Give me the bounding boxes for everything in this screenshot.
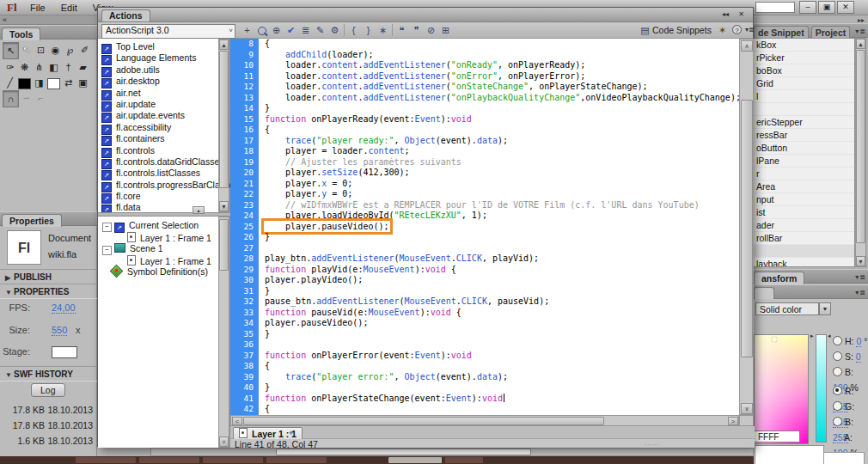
collapse-dock-icon[interactable]: « — [0, 15, 97, 25]
ink-bottle-tool-icon[interactable]: ◨ — [32, 75, 46, 90]
app-search-input[interactable] — [755, 2, 795, 13]
panel-menu-icon[interactable]: ▾≣ — [855, 273, 866, 281]
code-line[interactable]: 28play_btn.addEventListener(MouseEvent.C… — [230, 253, 739, 265]
minimize-button[interactable]: – — [799, 1, 816, 14]
code-line[interactable]: 32pause_btn.addEventListener(MouseEvent.… — [230, 296, 739, 308]
editor-horizontal-scrollbar[interactable]: < > — [230, 415, 739, 426]
scrollbar-thumb[interactable] — [243, 417, 604, 425]
code-line[interactable]: 13 loader.content.addEventListener("onPl… — [230, 93, 739, 104]
package-item[interactable]: ↗air.update.events — [98, 110, 229, 121]
paint-bucket-tool-icon[interactable]: ◧ — [46, 59, 61, 75]
scroll-up-button[interactable]: ▲ — [856, 39, 865, 49]
component-item[interactable]: ader — [754, 219, 854, 232]
tab-transform[interactable]: ansform — [754, 272, 804, 284]
code-line[interactable]: 19 // Ajuster les paramètres suivants — [230, 157, 739, 168]
package-item[interactable]: ↗fl.containers — [98, 133, 229, 144]
eyedropper-tool-icon[interactable]: † — [61, 59, 76, 75]
radio-button[interactable] — [833, 417, 842, 426]
menu-file[interactable]: File — [22, 1, 53, 15]
component-item[interactable] — [754, 103, 854, 116]
packages-scrollbar[interactable]: ▲ ▼ — [218, 39, 229, 212]
scroll-down-button[interactable]: ▼ — [856, 256, 865, 266]
scrollbar-thumb[interactable] — [219, 51, 229, 188]
radio-button[interactable] — [833, 401, 842, 411]
restore-button[interactable]: ▣ — [818, 1, 835, 14]
code-line[interactable]: 15function onPlayerReady(event:Event):vo… — [230, 114, 739, 125]
deco-tool-icon[interactable]: ❋ — [17, 59, 32, 75]
package-item[interactable]: ↗fl.controls.dataGridClasses — [98, 156, 229, 168]
package-item[interactable]: ↗adobe.utils — [98, 64, 229, 76]
component-item[interactable]: r — [754, 168, 854, 180]
radio-button[interactable] — [833, 367, 842, 376]
tab-code-snippets[interactable]: de Snippet — [754, 26, 809, 39]
code-line[interactable]: 10 loader.content.addEventListener("onRe… — [230, 60, 739, 71]
code-line[interactable]: 22 player.y = 0; — [230, 189, 739, 200]
size-width-value[interactable]: 550 — [52, 325, 67, 336]
panel-menu-icon[interactable]: ▾≣ — [745, 26, 755, 34]
apply-line-comment-icon[interactable]: ❞ — [409, 23, 424, 37]
component-item[interactable]: Area — [754, 180, 854, 193]
navigator-item[interactable]: −Scene 1 — [98, 243, 229, 255]
script-editor[interactable]: 8{9 addChild(loader);10 loader.content.a… — [230, 39, 739, 415]
code-line[interactable]: 38{ — [230, 361, 739, 372]
fps-value[interactable]: 24,00 — [52, 302, 76, 314]
selection-tool-icon[interactable]: ↖ — [3, 42, 19, 59]
pen-tool-icon[interactable]: ✐ — [77, 42, 92, 58]
color-value[interactable]: 0 — [856, 351, 861, 363]
collapse-selection-icon[interactable]: } — [361, 23, 376, 37]
color-gradient-square[interactable] — [754, 334, 809, 444]
code-line[interactable]: 35} — [230, 329, 739, 340]
code-line[interactable]: 23 // wIDfmxWBWrE est a REMPLACER pour l… — [230, 200, 739, 211]
auto-format-icon[interactable]: ≣ — [298, 23, 313, 37]
brush-tool-icon[interactable]: ✑ — [3, 59, 17, 75]
apply-block-comment-icon[interactable]: ❝ — [394, 23, 409, 37]
navigator-item[interactable]: Layer 1 : Frame 1 — [98, 232, 229, 244]
snap-to-objects-tool-icon[interactable]: ∩ — [3, 90, 19, 107]
scrollbar-thumb[interactable] — [219, 219, 229, 271]
code-line[interactable]: 34player.pauseVideo(); — [230, 318, 739, 329]
properties-section-header[interactable]: ▼PROPERTIES — [0, 284, 97, 299]
code-line[interactable]: 16{ — [230, 125, 739, 136]
scrollbar-thumb[interactable] — [276, 449, 531, 455]
code-line[interactable]: 39 trace("player error:", Object(event).… — [230, 372, 739, 383]
slider-marker-icon[interactable]: ▸ — [810, 333, 814, 339]
chevron-down-icon[interactable]: ▼ — [819, 302, 831, 315]
hex-color-input[interactable]: FFFF — [754, 430, 800, 443]
collapse-panel-icon[interactable]: ◂◂ — [722, 10, 729, 18]
code-line[interactable]: 9 addChild(loader); — [230, 50, 739, 61]
code-line[interactable]: 29function playVid(e:MouseEvent):void { — [230, 265, 739, 276]
line-tool-icon[interactable]: ╱ — [3, 75, 17, 90]
component-item[interactable]: rollBar — [754, 232, 854, 245]
code-line[interactable]: 12 loader.content.addEventListener("onSt… — [230, 82, 739, 93]
code-line[interactable]: 40} — [230, 382, 739, 394]
navigator-item[interactable]: −↗Current Selection — [98, 220, 229, 232]
scroll-down-button[interactable]: ∨ — [741, 403, 753, 414]
scroll-up-button[interactable]: ∧ — [741, 40, 753, 52]
radio-button[interactable] — [833, 351, 842, 361]
package-item[interactable]: ↗fl.core — [98, 191, 229, 202]
swap-colors-button-icon[interactable]: ⇄ — [61, 75, 76, 90]
scroll-up-button[interactable]: ▲ — [219, 40, 229, 50]
tab-tools[interactable]: Tools — [2, 27, 40, 40]
code-line[interactable]: 36 — [230, 339, 739, 351]
package-item[interactable]: ↗air.update — [98, 99, 229, 110]
smooth-tool-icon[interactable]: ∽ — [19, 90, 34, 106]
code-line[interactable]: 31} — [230, 286, 739, 297]
debug-options-icon[interactable]: ⚙ — [327, 23, 342, 37]
color-picker-marker[interactable] — [772, 337, 777, 342]
package-item[interactable]: ↗Language Elements — [98, 52, 229, 64]
free-transform-tool-icon[interactable]: ⊡ — [34, 42, 48, 58]
bone-tool-icon[interactable]: ⋔ — [32, 59, 46, 75]
component-item[interactable] — [754, 245, 854, 258]
straighten-tool-icon[interactable]: ⌐ — [34, 90, 48, 106]
add-script-icon[interactable]: + — [240, 23, 254, 37]
lasso-tool-icon[interactable]: ℘ — [63, 42, 77, 58]
code-line[interactable]: 24 player.loadVideoById("REtecLEKzXU", 1… — [230, 211, 739, 222]
swf-history-section-header[interactable]: ▼SWF HISTORY — [0, 366, 97, 382]
brightness-slider[interactable] — [816, 334, 827, 443]
expand-all-icon[interactable]: ∗ — [376, 23, 390, 37]
radio-button[interactable] — [833, 386, 842, 395]
fill-color-swatch[interactable] — [46, 75, 61, 90]
splitter-collapse-button[interactable]: ▴ — [193, 206, 205, 214]
code-line[interactable]: 8{ — [230, 39, 739, 50]
